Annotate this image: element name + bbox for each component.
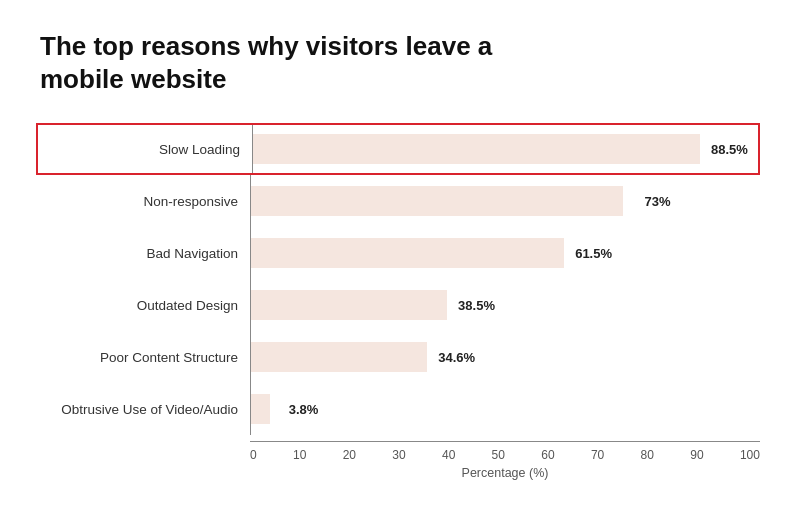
bar-container: 88.5% bbox=[252, 125, 758, 173]
bar-value-label: 88.5% bbox=[711, 142, 748, 157]
x-axis: 0102030405060708090100 bbox=[40, 441, 760, 462]
bar-label: Non-responsive bbox=[40, 194, 250, 209]
bar-row: Non-responsive73% bbox=[40, 175, 760, 227]
bar-value-label: 34.6% bbox=[438, 350, 475, 365]
bar-fill: 73% bbox=[251, 186, 623, 216]
x-tick: 90 bbox=[690, 448, 703, 462]
x-tick: 10 bbox=[293, 448, 306, 462]
bar-label: Outdated Design bbox=[40, 298, 250, 313]
x-tick: 40 bbox=[442, 448, 455, 462]
bar-container: 34.6% bbox=[250, 331, 760, 383]
x-tick: 0 bbox=[250, 448, 257, 462]
bar-row: Obtrusive Use of Video/Audio3.8% bbox=[40, 383, 760, 435]
bar-container: 38.5% bbox=[250, 279, 760, 331]
x-axis-labels: 0102030405060708090100 bbox=[250, 441, 760, 462]
bar-row: Poor Content Structure34.6% bbox=[40, 331, 760, 383]
x-tick: 50 bbox=[492, 448, 505, 462]
bar-label: Bad Navigation bbox=[40, 246, 250, 261]
bar-fill: 88.5% bbox=[253, 134, 700, 164]
x-tick: 30 bbox=[392, 448, 405, 462]
bar-value-label: 38.5% bbox=[458, 298, 495, 313]
bar-fill: 38.5% bbox=[251, 290, 447, 320]
x-tick: 100 bbox=[740, 448, 760, 462]
bar-fill: 34.6% bbox=[251, 342, 427, 372]
bar-row: Outdated Design38.5% bbox=[40, 279, 760, 331]
bar-label: Obtrusive Use of Video/Audio bbox=[40, 402, 250, 417]
x-axis-title: Percentage (%) bbox=[250, 466, 760, 480]
bar-container: 73% bbox=[250, 175, 760, 227]
bar-fill: 61.5% bbox=[251, 238, 564, 268]
bar-label: Slow Loading bbox=[42, 142, 252, 157]
x-tick: 70 bbox=[591, 448, 604, 462]
x-tick: 60 bbox=[541, 448, 554, 462]
bar-value-label: 73% bbox=[645, 194, 671, 209]
x-tick: 80 bbox=[641, 448, 654, 462]
bar-container: 61.5% bbox=[250, 227, 760, 279]
bar-row: Bad Navigation61.5% bbox=[40, 227, 760, 279]
bar-fill: 3.8% bbox=[251, 394, 270, 424]
chart-title: The top reasons why visitors leave a mob… bbox=[40, 30, 560, 95]
x-tick: 20 bbox=[343, 448, 356, 462]
bar-value-label: 61.5% bbox=[575, 246, 612, 261]
bar-container: 3.8% bbox=[250, 383, 760, 435]
bar-row: Slow Loading88.5% bbox=[36, 123, 760, 175]
bar-value-label: 3.8% bbox=[289, 402, 319, 417]
bar-label: Poor Content Structure bbox=[40, 350, 250, 365]
chart-area: Slow Loading88.5%Non-responsive73%Bad Na… bbox=[40, 123, 760, 435]
